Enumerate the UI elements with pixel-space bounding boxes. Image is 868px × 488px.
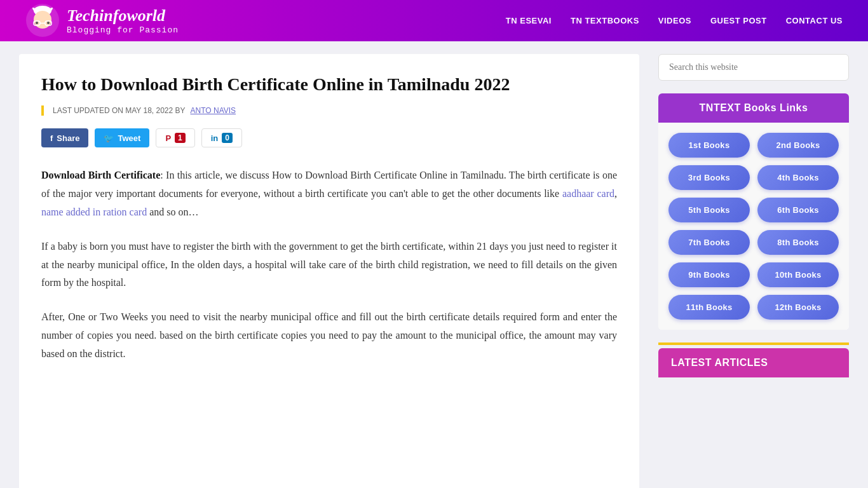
book-btn-12th[interactable]: 12th Books	[757, 295, 839, 320]
book-btn-11th[interactable]: 11th Books	[668, 295, 750, 320]
ration-card-link[interactable]: name added in ration card	[41, 207, 147, 217]
linkedin-share-button[interactable]: in 0	[201, 128, 242, 147]
article-body: Download Birth Certificate: In this arti…	[41, 166, 617, 363]
nav-tn-esevai[interactable]: TN ESEVAI	[506, 16, 552, 25]
book-btn-10th[interactable]: 10th Books	[757, 262, 839, 287]
tntext-widget: TNTEXT Books Links 1st Books 2nd Books 3…	[658, 93, 849, 330]
article-strong-1: Download Birth Certificate	[41, 170, 160, 180]
logo-icon	[25, 3, 60, 38]
article-meta: LAST UPDATED ON MAY 18, 2022 BY ANTO NAV…	[41, 105, 617, 116]
share-label: Share	[57, 133, 79, 143]
svg-point-7	[47, 22, 50, 24]
logo-title: Techinfoworld	[67, 6, 179, 25]
facebook-share-button[interactable]: f Share	[41, 128, 88, 147]
book-btn-4th[interactable]: 4th Books	[757, 165, 839, 190]
yellow-accent-bar	[658, 342, 849, 345]
logo-area[interactable]: Techinfoworld Blogging for Passion	[25, 3, 179, 38]
meta-prefix: LAST UPDATED ON MAY 18, 2022 BY	[53, 106, 186, 115]
nav-guest-post[interactable]: GUEST POST	[710, 16, 767, 25]
article-paragraph-3: After, One or Two Weeks you need to visi…	[41, 308, 617, 363]
social-share-bar: f Share 🐦 Tweet P 1 in 0	[41, 128, 617, 147]
pinterest-count: 1	[175, 133, 186, 143]
book-btn-5th[interactable]: 5th Books	[668, 198, 750, 222]
twitter-icon: 🐦	[104, 133, 114, 143]
nav-contact-us[interactable]: CONTACT US	[786, 16, 843, 25]
site-header: Techinfoworld Blogging for Passion TN ES…	[0, 0, 868, 41]
pinterest-share-button[interactable]: P 1	[156, 128, 194, 147]
nav-videos[interactable]: VIDEOS	[658, 16, 691, 25]
book-btn-6th[interactable]: 6th Books	[757, 198, 839, 222]
article-paragraph-1: Download Birth Certificate: In this arti…	[41, 166, 617, 221]
main-container: How to Download Birth Certificate Online…	[0, 41, 868, 488]
book-btn-1st[interactable]: 1st Books	[668, 133, 750, 158]
meta-author-link[interactable]: ANTO NAVIS	[191, 106, 236, 115]
book-btn-8th[interactable]: 8th Books	[757, 230, 839, 255]
book-btn-9th[interactable]: 9th Books	[668, 262, 750, 287]
pinterest-icon: P	[165, 133, 171, 143]
sidebar: TNTEXT Books Links 1st Books 2nd Books 3…	[658, 54, 849, 488]
svg-point-2	[34, 11, 51, 29]
search-input[interactable]	[658, 54, 849, 81]
tntext-header: TNTEXT Books Links	[658, 93, 849, 123]
content-area: How to Download Birth Certificate Online…	[19, 54, 639, 488]
article-paragraph-2: If a baby is born you must have to regis…	[41, 238, 617, 292]
book-btn-3rd[interactable]: 3rd Books	[668, 165, 750, 190]
nav-tn-textbooks[interactable]: TN TEXTBOOKS	[571, 16, 639, 25]
main-nav: TN ESEVAI TN TEXTBOOKS VIDEOS GUEST POST…	[506, 16, 843, 25]
aadhaar-card-link[interactable]: aadhaar card	[562, 188, 614, 199]
facebook-icon: f	[50, 133, 53, 143]
twitter-share-button[interactable]: 🐦 Tweet	[95, 128, 149, 147]
linkedin-icon: in	[211, 133, 219, 143]
svg-point-6	[36, 22, 38, 24]
book-btn-7th[interactable]: 7th Books	[668, 230, 750, 255]
article-title: How to Download Birth Certificate Online…	[41, 73, 617, 96]
latest-articles-header: LATEST ARTICLES	[658, 348, 849, 377]
linkedin-count: 0	[222, 133, 233, 143]
yellow-bar-accent	[41, 105, 44, 116]
logo-tagline: Blogging for Passion	[67, 25, 179, 35]
tweet-label: Tweet	[118, 133, 140, 143]
logo-text-area: Techinfoworld Blogging for Passion	[67, 6, 179, 35]
tntext-books-grid: 1st Books 2nd Books 3rd Books 4th Books …	[658, 123, 849, 330]
book-btn-2nd[interactable]: 2nd Books	[757, 133, 839, 158]
